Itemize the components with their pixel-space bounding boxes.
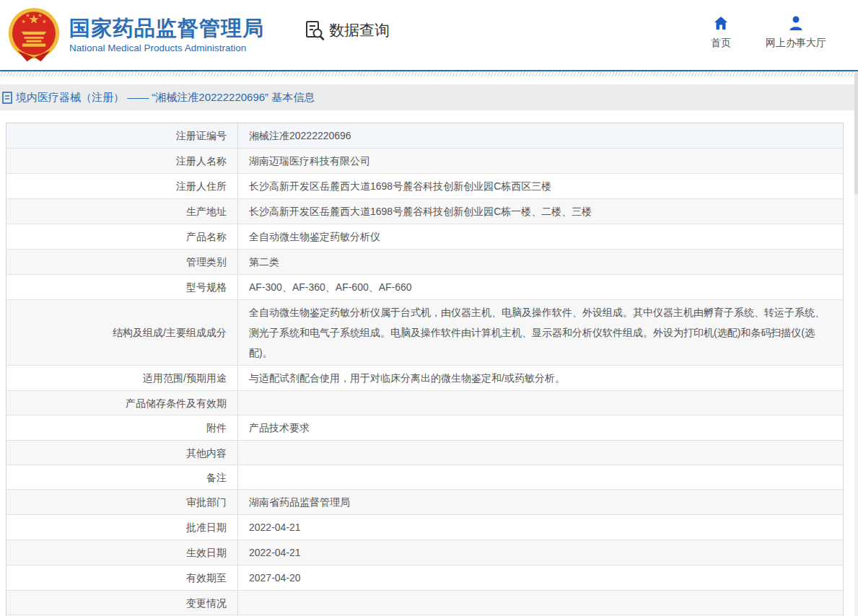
row-label: 适用范围/预期用途 bbox=[6, 366, 238, 390]
info-table: 注册证编号 湘械注准20222220696 注册人名称 湖南迈瑞医疗科技有限公司… bbox=[6, 123, 844, 616]
row-value bbox=[238, 465, 843, 489]
row-label: 产品名称 bbox=[6, 224, 238, 249]
row-label: 注册人名称 bbox=[6, 149, 238, 173]
row-label-text: 备注 bbox=[206, 470, 227, 485]
row-label: 生效日期 bbox=[6, 540, 238, 565]
row-label: 结构及组成/主要组成成分 bbox=[6, 300, 238, 365]
row-value: 与适配试剂配合使用，用于对临床分离出的微生物鉴定和/或药敏分析。 bbox=[238, 366, 843, 390]
table-row: 生产地址 长沙高新开发区岳麓西大道1698号麓谷科技创新创业园C栋一楼、二楼、三… bbox=[6, 199, 843, 224]
row-label-text: 产品名称 bbox=[186, 229, 227, 245]
row-value: AF-300、AF-360、AF-600、AF-660 bbox=[238, 275, 843, 299]
row-value bbox=[238, 591, 843, 615]
row-label-text: 变更情况 bbox=[186, 595, 227, 611]
row-label: 有效期至 bbox=[6, 566, 238, 590]
brand-block: 国家药品监督管理局 National Medical Products Admi… bbox=[69, 17, 264, 53]
row-label-text: 适用范围/预期用途 bbox=[143, 370, 227, 386]
breadcrumb-text: 境内医疗器械（注册） —— “湘械注准20222220696” 基本信息 bbox=[16, 91, 315, 105]
table-row: 管理类别 第二类 bbox=[6, 250, 843, 275]
row-label: 附件 bbox=[6, 415, 238, 440]
row-value: 湖南迈瑞医疗科技有限公司 bbox=[238, 149, 843, 173]
row-label-text: 注册人住所 bbox=[176, 178, 227, 194]
row-label-text: 注册人名称 bbox=[176, 153, 227, 169]
table-row: 生效日期 2022-04-21 bbox=[6, 540, 843, 566]
row-label: 批准日期 bbox=[6, 515, 238, 540]
nav-item-home[interactable]: 首页 bbox=[711, 14, 731, 50]
home-icon bbox=[712, 14, 730, 32]
row-label-text: 注册证编号 bbox=[176, 128, 227, 144]
row-value: 长沙高新开发区岳麓西大道1698号麓谷科技创新创业园C栋一楼、二楼、三楼 bbox=[238, 199, 843, 224]
row-label-text: 结构及组成/主要组成成分 bbox=[113, 325, 227, 340]
row-label: 管理类别 bbox=[6, 250, 238, 274]
row-value: 产品技术要求 bbox=[238, 415, 843, 440]
table-row: 变更情况 bbox=[6, 591, 843, 615]
nav-home-label: 首页 bbox=[711, 37, 731, 50]
row-value: 2022-04-21 bbox=[238, 515, 843, 540]
table-row: 注册证编号 湘械注准20222220696 bbox=[6, 123, 843, 149]
row-label-text: 批准日期 bbox=[186, 519, 227, 535]
row-label: 变更情况 bbox=[6, 591, 238, 615]
table-row: 附件 产品技术要求 bbox=[6, 415, 843, 441]
table-row: 其他内容 bbox=[6, 441, 843, 465]
nav-service-hall-label: 网上办事大厅 bbox=[766, 37, 826, 50]
row-label-text: 有效期至 bbox=[186, 570, 227, 586]
row-value bbox=[238, 441, 843, 465]
row-label-text: 产品储存条件及有效期 bbox=[126, 395, 227, 411]
row-label-text: 生效日期 bbox=[186, 545, 227, 560]
table-row: 结构及组成/主要组成成分 全自动微生物鉴定药敏分析仪属于台式机，由仪器主机、电脑… bbox=[6, 300, 843, 366]
row-label: 产品储存条件及有效期 bbox=[6, 391, 238, 415]
data-query-section: 数据查询 bbox=[304, 19, 390, 41]
nav-item-service-hall[interactable]: 网上办事大厅 bbox=[766, 14, 826, 50]
row-label: 注册证编号 bbox=[6, 123, 238, 148]
row-label: 生产地址 bbox=[6, 199, 238, 224]
table-row: 注册人住所 长沙高新开发区岳麓西大道1698号麓谷科技创新创业园C栋西区三楼 bbox=[6, 174, 843, 199]
row-label: 审批部门 bbox=[6, 490, 238, 514]
data-query-icon bbox=[304, 19, 325, 41]
table-row: 产品名称 全自动微生物鉴定药敏分析仪 bbox=[6, 224, 843, 250]
table-row: 批准日期 2022-04-21 bbox=[6, 515, 843, 540]
table-row: 审批部门 湖南省药品监督管理局 bbox=[6, 490, 843, 515]
row-label-text: 管理类别 bbox=[186, 254, 227, 270]
nmpa-emblem-logo bbox=[6, 6, 62, 64]
row-label-text: 型号规格 bbox=[186, 279, 227, 295]
scrollbar-track[interactable] bbox=[854, 72, 858, 616]
table-row: 备注 bbox=[6, 465, 843, 490]
row-label-text: 其他内容 bbox=[186, 445, 227, 461]
row-value: 2027-04-20 bbox=[238, 566, 843, 590]
table-row: 注册人名称 湖南迈瑞医疗科技有限公司 bbox=[6, 149, 843, 174]
document-icon bbox=[2, 92, 13, 104]
scrollbar-thumb[interactable] bbox=[854, 72, 858, 195]
row-label: 型号规格 bbox=[6, 275, 238, 299]
row-label-text: 生产地址 bbox=[186, 203, 227, 219]
row-value: 长沙高新开发区岳麓西大道1698号麓谷科技创新创业园C栋西区三楼 bbox=[238, 174, 843, 198]
row-value bbox=[238, 391, 843, 415]
row-label: 其他内容 bbox=[6, 441, 238, 465]
top-nav: 首页 网上办事大厅 bbox=[711, 14, 826, 50]
row-value: 2022-04-21 bbox=[238, 540, 843, 565]
table-row: 型号规格 AF-300、AF-360、AF-600、AF-660 bbox=[6, 275, 843, 300]
table-row: 有效期至 2027-04-20 bbox=[6, 566, 843, 591]
page-header: 国家药品监督管理局 National Medical Products Admi… bbox=[0, 0, 858, 70]
row-label-text: 审批部门 bbox=[186, 494, 227, 510]
row-label: 注册人住所 bbox=[6, 174, 238, 198]
brand-subtitle: National Medical Products Administration bbox=[69, 43, 264, 53]
table-row: 产品储存条件及有效期 bbox=[6, 391, 843, 415]
data-query-label: 数据查询 bbox=[329, 20, 390, 40]
brand-title: 国家药品监督管理局 bbox=[69, 17, 264, 40]
table-row: 适用范围/预期用途 与适配试剂配合使用，用于对临床分离出的微生物鉴定和/或药敏分… bbox=[6, 366, 843, 391]
row-value: 全自动微生物鉴定药敏分析仪属于台式机，由仪器主机、电脑及操作软件、外设组成。其中… bbox=[238, 300, 843, 365]
row-value: 湖南省药品监督管理局 bbox=[238, 490, 843, 514]
row-value: 全自动微生物鉴定药敏分析仪 bbox=[238, 224, 843, 249]
hatch-stripe-band bbox=[0, 71, 858, 76]
row-label-text: 附件 bbox=[206, 420, 227, 436]
user-icon bbox=[787, 14, 805, 32]
row-value: 第二类 bbox=[238, 250, 843, 274]
row-value: 湘械注准20222220696 bbox=[238, 123, 843, 148]
row-label: 备注 bbox=[6, 465, 238, 489]
breadcrumb: 境内医疗器械（注册） —— “湘械注准20222220696” 基本信息 bbox=[0, 84, 858, 110]
